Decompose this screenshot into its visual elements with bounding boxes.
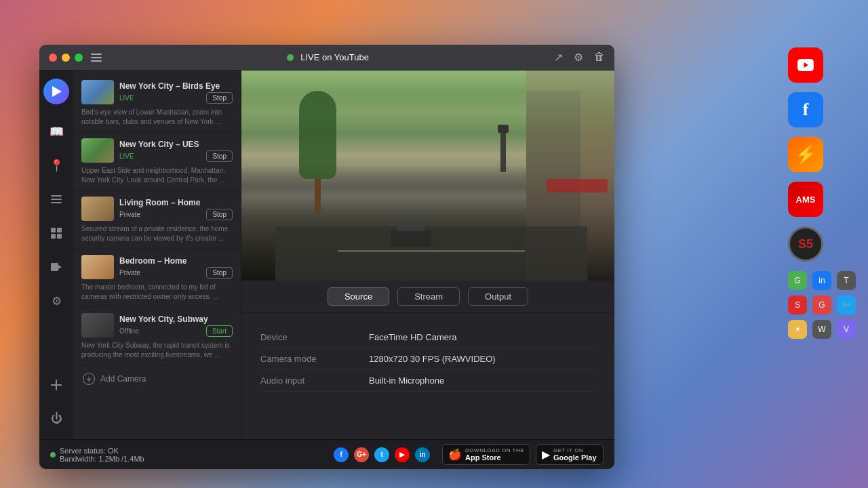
sidebar-item-location[interactable]: 📍 <box>44 153 68 178</box>
tab-output[interactable]: Output <box>468 287 528 306</box>
facebook-desktop-icon[interactable]: f <box>788 92 823 127</box>
camera-status-row-subway: Offline Start <box>119 325 233 337</box>
mini-icon-y[interactable]: ☀ <box>788 320 807 339</box>
sidebar-item-grid[interactable] <box>44 221 68 245</box>
live-status-text: LIVE on YouTube <box>300 52 369 62</box>
mini-icon-g2[interactable]: G <box>812 296 831 314</box>
svg-marker-10 <box>58 265 62 269</box>
camera-desc-living-room: Secured stream of a private residence, t… <box>81 224 233 243</box>
social-facebook[interactable]: f <box>334 447 349 462</box>
camera-name-bedroom: Bedroom – Home <box>119 256 233 266</box>
traffic-light-pole <box>500 125 506 172</box>
svg-rect-12 <box>51 384 62 386</box>
camera-status-row-living-room: Private Stop <box>119 209 233 220</box>
street-overlay <box>241 70 614 281</box>
camera-thumb-subway <box>81 313 114 338</box>
delete-icon[interactable]: 🗑 <box>594 51 605 64</box>
camera-desc-bedroom: The master bedroom, connected to my list… <box>81 283 233 302</box>
minimize-button[interactable] <box>62 54 70 62</box>
device-label: Device <box>260 332 369 342</box>
awning-element <box>547 179 608 192</box>
camera-header-nyc-birds: New York City – Birds Eye LIVE Stop <box>81 80 233 104</box>
settings-icon[interactable]: ⚙ <box>574 51 583 64</box>
apple-icon: 🍎 <box>448 448 462 461</box>
sidebar-item-book[interactable]: 📖 <box>44 119 68 144</box>
social-youtube[interactable]: ▶ <box>395 447 410 462</box>
google-play-icon: ▶ <box>542 448 550 461</box>
camera-item-living-room[interactable]: Living Room – Home Private Stop Secured … <box>73 191 241 249</box>
svg-rect-4 <box>51 202 62 203</box>
stop-button-living-room[interactable]: Stop <box>206 209 233 220</box>
social-twitter[interactable]: t <box>374 447 389 462</box>
camera-item-nyc-birds[interactable]: New York City – Birds Eye LIVE Stop Bird… <box>73 75 241 133</box>
app-store-badge[interactable]: 🍎 Download on the App Store <box>442 444 530 465</box>
maximize-button[interactable] <box>75 54 83 62</box>
mini-icon-b1[interactable]: in <box>812 271 831 290</box>
mini-icons-row-3: ☀ W V <box>788 320 856 339</box>
sidebar-item-add[interactable] <box>44 373 68 397</box>
menu-icon[interactable] <box>91 54 102 62</box>
camera-item-nyc-ues[interactable]: New York City – UES LIVE Stop Upper East… <box>73 133 241 191</box>
mini-icon-s1[interactable]: S <box>788 296 807 314</box>
social-linkedin[interactable]: in <box>415 447 430 462</box>
video-preview <box>241 70 614 281</box>
store-badges: 🍎 Download on the App Store ▶ GET IT ON … <box>442 444 604 465</box>
camera-thumb-nyc-birds <box>81 80 114 104</box>
svg-rect-9 <box>51 263 58 271</box>
mini-icon-w[interactable]: W <box>812 320 831 339</box>
source-stream-output-tabs: Source Stream Output <box>241 281 614 313</box>
device-row-audio-input: Audio input Built-in Microphone <box>260 370 595 392</box>
social-google[interactable]: G+ <box>354 447 369 462</box>
google-play-text: GET IT ON Google Play <box>553 447 597 462</box>
mini-icons-row-1: G in T <box>788 271 856 290</box>
camera-desc-nyc-ues: Upper East Side and neighborhood, Manhat… <box>81 166 233 185</box>
camera-info-nyc-birds: New York City – Birds Eye LIVE Stop <box>119 81 233 104</box>
stop-button-bedroom[interactable]: Stop <box>206 267 233 279</box>
camera-header-nyc-ues: New York City – UES LIVE Stop <box>81 138 233 163</box>
ams-desktop-icon[interactable]: AMS <box>788 182 823 217</box>
mini-icon-t1[interactable]: T <box>837 271 856 290</box>
device-value: FaceTime HD Camera <box>369 332 457 342</box>
camera-mode-label: Camera mode <box>260 354 369 364</box>
audio-input-value: Built-in Microphone <box>369 375 444 386</box>
camera-item-bedroom[interactable]: Bedroom – Home Private Stop The master b… <box>73 249 241 308</box>
camera-desc-subway: New York City Subway, the rapid transit … <box>81 341 233 360</box>
svg-rect-3 <box>51 199 62 200</box>
tab-source[interactable]: Source <box>328 287 389 306</box>
lightning-desktop-icon[interactable]: ⚡ <box>788 137 823 172</box>
app-store-sub: Download on the <box>465 447 524 453</box>
sidebar-item-list[interactable] <box>44 187 68 211</box>
camera-info-bedroom: Bedroom – Home Private Stop <box>119 256 233 279</box>
stop-button-nyc-birds[interactable]: Stop <box>206 92 233 104</box>
app-store-text: Download on the App Store <box>465 447 524 462</box>
status-badge-living-room: Private <box>119 210 140 219</box>
camera-item-subway[interactable]: New York City, Subway Offline Start New … <box>73 308 241 366</box>
mini-icon-v[interactable]: V <box>837 320 856 339</box>
status-badge-bedroom: Private <box>119 268 140 277</box>
camera-header-bedroom: Bedroom – Home Private Stop <box>81 255 233 279</box>
camera-name-subway: New York City, Subway <box>119 314 233 324</box>
app-store-name: App Store <box>465 453 524 462</box>
camera-mode-value: 868x488 30 FPS (RAWVIDEO) <box>369 354 496 364</box>
svg-rect-5 <box>51 228 56 232</box>
sidebar-logo[interactable] <box>43 79 69 104</box>
google-play-badge[interactable]: ▶ GET IT ON Google Play <box>536 444 604 465</box>
server-status: Server status: OK Bandwidth: 1.2Mb /1.4M… <box>50 447 327 463</box>
stop-button-nyc-ues[interactable]: Stop <box>206 150 233 162</box>
share-icon[interactable]: ↗ <box>554 51 563 64</box>
camera-thumb-nyc-ues <box>81 138 114 163</box>
camera-name-nyc-birds: New York City – Birds Eye <box>119 81 233 91</box>
mini-icon-tw[interactable]: 🐦 <box>837 296 856 314</box>
sidebar-item-video[interactable] <box>44 255 68 279</box>
svg-rect-2 <box>51 195 62 197</box>
mini-icon-g1[interactable]: G <box>788 271 807 290</box>
sidebar-item-power[interactable]: ⏻ <box>44 407 68 431</box>
start-button-subway[interactable]: Start <box>206 325 233 337</box>
close-button[interactable] <box>49 54 57 62</box>
tab-stream[interactable]: Stream <box>397 287 460 306</box>
s5-desktop-icon[interactable]: S5 <box>788 226 823 262</box>
sidebar-item-settings[interactable]: ⚙ <box>44 289 68 313</box>
add-camera-label: Add Camera <box>100 374 146 384</box>
add-camera-button[interactable]: + Add Camera <box>73 366 241 392</box>
youtube-desktop-icon[interactable] <box>788 47 823 83</box>
